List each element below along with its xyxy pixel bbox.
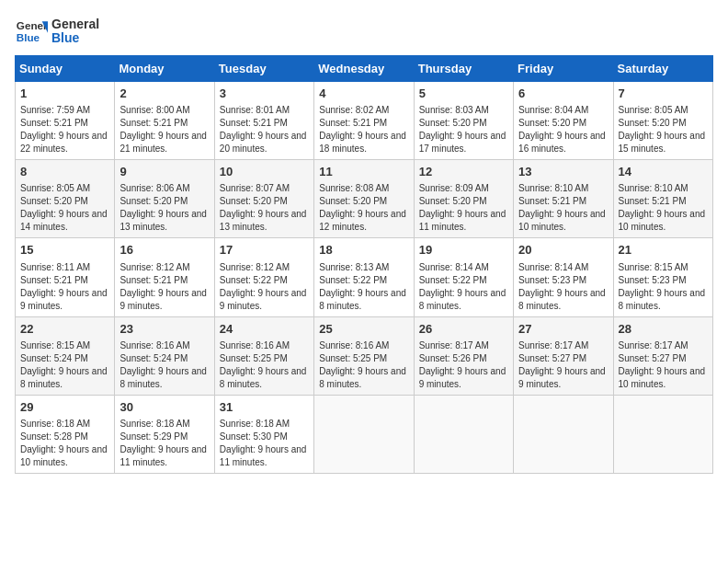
sunrise-text: Sunrise: 8:12 AM <box>119 262 189 272</box>
sunset-text: Sunset: 5:21 PM <box>20 118 88 128</box>
sunrise-text: Sunrise: 8:16 AM <box>220 340 290 350</box>
weekday-header-monday: Monday <box>115 56 214 82</box>
daylight-text: Daylight: 9 hours and 21 minutes. <box>119 131 207 154</box>
daylight-text: Daylight: 9 hours and 12 minutes. <box>319 209 406 232</box>
day-number: 24 <box>220 321 309 338</box>
sunset-text: Sunset: 5:25 PM <box>319 353 387 363</box>
calendar-cell: 29Sunrise: 8:18 AMSunset: 5:28 PMDayligh… <box>16 395 115 473</box>
sunset-text: Sunset: 5:26 PM <box>419 353 487 363</box>
sunrise-text: Sunrise: 8:16 AM <box>119 340 189 350</box>
calendar-cell: 23Sunrise: 8:16 AMSunset: 5:24 PMDayligh… <box>115 316 214 395</box>
daylight-text: Daylight: 9 hours and 9 minutes. <box>20 288 108 311</box>
sunset-text: Sunset: 5:21 PM <box>619 196 687 206</box>
calendar-week-row: 15Sunrise: 8:11 AMSunset: 5:21 PMDayligh… <box>16 238 713 316</box>
day-number: 17 <box>220 242 309 259</box>
sunrise-text: Sunrise: 8:06 AM <box>119 183 189 193</box>
calendar-cell: 19Sunrise: 8:14 AMSunset: 5:22 PMDayligh… <box>414 238 513 316</box>
day-number: 13 <box>518 164 608 180</box>
sunset-text: Sunset: 5:21 PM <box>20 275 88 285</box>
sunrise-text: Sunrise: 8:18 AM <box>119 419 189 429</box>
calendar-cell: 21Sunrise: 8:15 AMSunset: 5:23 PMDayligh… <box>613 238 712 316</box>
calendar-cell: 3Sunrise: 8:01 AMSunset: 5:21 PMDaylight… <box>214 82 313 160</box>
sunrise-text: Sunrise: 8:17 AM <box>619 340 688 350</box>
daylight-text: Daylight: 9 hours and 8 minutes. <box>419 288 506 311</box>
sunset-text: Sunset: 5:21 PM <box>119 118 188 128</box>
calendar-cell <box>414 395 513 473</box>
sunset-text: Sunset: 5:21 PM <box>119 275 188 285</box>
daylight-text: Daylight: 9 hours and 10 minutes. <box>518 209 606 232</box>
calendar-table: SundayMondayTuesdayWednesdayThursdayFrid… <box>15 55 713 474</box>
calendar-cell: 12Sunrise: 8:09 AMSunset: 5:20 PMDayligh… <box>414 160 513 238</box>
svg-text:General: General <box>17 19 48 31</box>
calendar-cell: 7Sunrise: 8:05 AMSunset: 5:20 PMDaylight… <box>613 82 712 160</box>
calendar-week-row: 22Sunrise: 8:15 AMSunset: 5:24 PMDayligh… <box>16 316 713 395</box>
daylight-text: Daylight: 9 hours and 20 minutes. <box>220 131 307 154</box>
day-number: 2 <box>119 86 209 102</box>
sunset-text: Sunset: 5:20 PM <box>419 196 487 206</box>
calendar-cell: 9Sunrise: 8:06 AMSunset: 5:20 PMDaylight… <box>115 160 214 238</box>
day-number: 12 <box>419 164 508 180</box>
logo: General Blue General Blue <box>15 15 99 48</box>
calendar-cell: 5Sunrise: 8:03 AMSunset: 5:20 PMDaylight… <box>414 82 513 160</box>
sunrise-text: Sunrise: 8:01 AM <box>220 105 290 115</box>
sunset-text: Sunset: 5:28 PM <box>20 431 88 442</box>
daylight-text: Daylight: 9 hours and 8 minutes. <box>619 288 706 311</box>
weekday-header-friday: Friday <box>514 56 613 82</box>
daylight-text: Daylight: 9 hours and 17 minutes. <box>419 131 506 154</box>
sunrise-text: Sunrise: 8:10 AM <box>518 183 588 193</box>
sunrise-text: Sunrise: 7:59 AM <box>20 105 90 115</box>
sunset-text: Sunset: 5:24 PM <box>20 353 88 363</box>
sunset-text: Sunset: 5:27 PM <box>619 353 687 363</box>
weekday-header-thursday: Thursday <box>414 56 513 82</box>
calendar-cell: 8Sunrise: 8:05 AMSunset: 5:20 PMDaylight… <box>16 160 115 238</box>
daylight-text: Daylight: 9 hours and 11 minutes. <box>220 444 307 467</box>
logo-icon: General Blue <box>15 15 48 48</box>
calendar-cell: 1Sunrise: 7:59 AMSunset: 5:21 PMDaylight… <box>16 82 115 160</box>
calendar-cell <box>514 395 613 473</box>
calendar-week-row: 8Sunrise: 8:05 AMSunset: 5:20 PMDaylight… <box>16 160 713 238</box>
sunrise-text: Sunrise: 8:14 AM <box>518 262 588 272</box>
daylight-text: Daylight: 9 hours and 9 minutes. <box>419 366 506 389</box>
day-number: 18 <box>319 242 408 259</box>
calendar-cell: 15Sunrise: 8:11 AMSunset: 5:21 PMDayligh… <box>16 238 115 316</box>
sunrise-text: Sunrise: 8:15 AM <box>619 262 688 272</box>
calendar-cell: 20Sunrise: 8:14 AMSunset: 5:23 PMDayligh… <box>514 238 613 316</box>
sunset-text: Sunset: 5:22 PM <box>419 275 487 285</box>
calendar-cell: 24Sunrise: 8:16 AMSunset: 5:25 PMDayligh… <box>214 316 313 395</box>
calendar-cell: 22Sunrise: 8:15 AMSunset: 5:24 PMDayligh… <box>16 316 115 395</box>
day-number: 1 <box>20 86 109 102</box>
daylight-text: Daylight: 9 hours and 10 minutes. <box>619 209 706 232</box>
calendar-cell: 31Sunrise: 8:18 AMSunset: 5:30 PMDayligh… <box>214 395 313 473</box>
day-number: 16 <box>119 242 209 259</box>
sunset-text: Sunset: 5:30 PM <box>220 431 288 442</box>
day-number: 27 <box>518 321 608 338</box>
header: General Blue General Blue <box>15 15 713 48</box>
weekday-header-sunday: Sunday <box>16 56 115 82</box>
daylight-text: Daylight: 9 hours and 15 minutes. <box>619 131 706 154</box>
sunset-text: Sunset: 5:20 PM <box>20 196 88 206</box>
daylight-text: Daylight: 9 hours and 8 minutes. <box>20 366 108 389</box>
daylight-text: Daylight: 9 hours and 14 minutes. <box>20 209 108 232</box>
sunrise-text: Sunrise: 8:13 AM <box>319 262 389 272</box>
sunset-text: Sunset: 5:20 PM <box>419 118 487 128</box>
sunrise-text: Sunrise: 8:09 AM <box>419 183 489 193</box>
daylight-text: Daylight: 9 hours and 13 minutes. <box>220 209 307 232</box>
calendar-cell: 17Sunrise: 8:12 AMSunset: 5:22 PMDayligh… <box>214 238 313 316</box>
sunset-text: Sunset: 5:23 PM <box>619 275 687 285</box>
weekday-header-saturday: Saturday <box>613 56 712 82</box>
sunrise-text: Sunrise: 8:11 AM <box>20 262 90 272</box>
day-number: 30 <box>119 399 209 416</box>
calendar-cell: 11Sunrise: 8:08 AMSunset: 5:20 PMDayligh… <box>314 160 414 238</box>
day-number: 23 <box>119 321 209 338</box>
logo-general: General <box>51 17 99 31</box>
day-number: 7 <box>619 86 708 102</box>
sunrise-text: Sunrise: 8:15 AM <box>20 340 90 350</box>
sunrise-text: Sunrise: 8:07 AM <box>220 183 290 193</box>
sunrise-text: Sunrise: 8:05 AM <box>619 105 688 115</box>
daylight-text: Daylight: 9 hours and 22 minutes. <box>20 131 108 154</box>
sunrise-text: Sunrise: 8:18 AM <box>220 419 290 429</box>
sunrise-text: Sunrise: 8:10 AM <box>619 183 688 193</box>
calendar-cell: 16Sunrise: 8:12 AMSunset: 5:21 PMDayligh… <box>115 238 214 316</box>
weekday-header-wednesday: Wednesday <box>314 56 414 82</box>
calendar-week-row: 1Sunrise: 7:59 AMSunset: 5:21 PMDaylight… <box>16 82 713 160</box>
